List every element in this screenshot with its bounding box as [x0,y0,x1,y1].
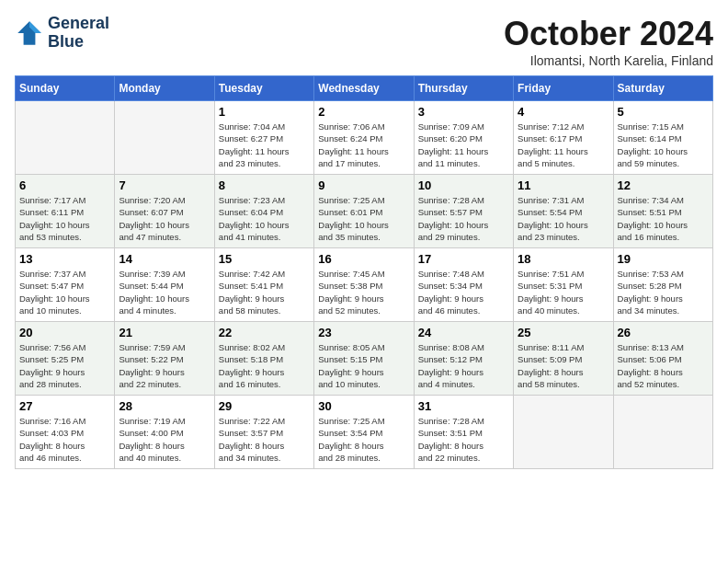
calendar-cell [514,396,613,469]
weekday-header: Wednesday [314,76,414,101]
weekday-header: Saturday [613,76,712,101]
day-number: 2 [318,105,409,119]
day-number: 15 [219,252,310,266]
day-info: Sunrise: 7:22 AM Sunset: 3:57 PM Dayligh… [219,415,310,464]
calendar-cell: 4Sunrise: 7:12 AM Sunset: 6:17 PM Daylig… [514,101,613,175]
day-number: 19 [618,252,709,266]
calendar-cell: 26Sunrise: 8:13 AM Sunset: 5:06 PM Dayli… [613,322,712,396]
calendar-header-row: SundayMondayTuesdayWednesdayThursdayFrid… [16,76,713,101]
calendar: SundayMondayTuesdayWednesdayThursdayFrid… [15,75,713,469]
day-info: Sunrise: 7:12 AM Sunset: 6:17 PM Dayligh… [518,121,609,169]
day-number: 1 [219,105,310,119]
logo-text: General Blue [48,15,109,52]
day-info: Sunrise: 8:02 AM Sunset: 5:18 PM Dayligh… [219,341,310,390]
day-info: Sunrise: 7:45 AM Sunset: 5:38 PM Dayligh… [318,268,409,316]
day-info: Sunrise: 7:17 AM Sunset: 6:11 PM Dayligh… [19,194,110,243]
day-info: Sunrise: 7:51 AM Sunset: 5:31 PM Dayligh… [518,268,609,316]
calendar-week-row: 6Sunrise: 7:17 AM Sunset: 6:11 PM Daylig… [16,175,713,248]
logo-icon [15,18,44,48]
day-info: Sunrise: 8:11 AM Sunset: 5:09 PM Dayligh… [518,341,609,390]
day-number: 25 [518,326,609,339]
day-number: 12 [618,178,709,192]
day-number: 9 [318,178,409,192]
calendar-cell: 16Sunrise: 7:45 AM Sunset: 5:38 PM Dayli… [314,248,414,322]
calendar-cell: 31Sunrise: 7:28 AM Sunset: 3:51 PM Dayli… [414,396,513,469]
calendar-cell: 5Sunrise: 7:15 AM Sunset: 6:14 PM Daylig… [613,101,712,175]
day-number: 23 [318,326,409,339]
month-title: October 2024 [504,15,713,53]
day-info: Sunrise: 7:59 AM Sunset: 5:22 PM Dayligh… [119,341,210,390]
day-number: 11 [518,178,609,192]
day-number: 30 [318,399,409,413]
calendar-cell: 14Sunrise: 7:39 AM Sunset: 5:44 PM Dayli… [115,248,214,322]
day-number: 16 [318,252,409,266]
weekday-header: Thursday [414,76,513,101]
calendar-week-row: 20Sunrise: 7:56 AM Sunset: 5:25 PM Dayli… [16,322,713,396]
calendar-cell: 2Sunrise: 7:06 AM Sunset: 6:24 PM Daylig… [314,101,414,175]
weekday-header: Monday [115,76,214,101]
day-number: 8 [219,178,310,192]
weekday-header: Tuesday [214,76,313,101]
day-number: 14 [119,252,210,266]
day-number: 7 [119,178,210,192]
calendar-cell: 10Sunrise: 7:28 AM Sunset: 5:57 PM Dayli… [414,175,513,248]
day-number: 26 [618,326,709,339]
day-number: 31 [418,399,509,413]
day-info: Sunrise: 8:08 AM Sunset: 5:12 PM Dayligh… [418,341,509,390]
calendar-cell: 25Sunrise: 8:11 AM Sunset: 5:09 PM Dayli… [514,322,613,396]
day-info: Sunrise: 7:15 AM Sunset: 6:14 PM Dayligh… [618,121,709,169]
day-info: Sunrise: 8:13 AM Sunset: 5:06 PM Dayligh… [618,341,709,390]
calendar-cell: 29Sunrise: 7:22 AM Sunset: 3:57 PM Dayli… [214,396,313,469]
day-number: 29 [219,399,310,413]
calendar-cell: 12Sunrise: 7:34 AM Sunset: 5:51 PM Dayli… [613,175,712,248]
day-info: Sunrise: 7:23 AM Sunset: 6:04 PM Dayligh… [219,194,310,243]
calendar-cell: 30Sunrise: 7:25 AM Sunset: 3:54 PM Dayli… [314,396,414,469]
calendar-cell: 9Sunrise: 7:25 AM Sunset: 6:01 PM Daylig… [314,175,414,248]
calendar-cell [16,101,115,175]
day-info: Sunrise: 7:25 AM Sunset: 3:54 PM Dayligh… [318,415,409,464]
day-info: Sunrise: 7:48 AM Sunset: 5:34 PM Dayligh… [418,268,509,316]
day-number: 5 [618,105,709,119]
calendar-cell: 11Sunrise: 7:31 AM Sunset: 5:54 PM Dayli… [514,175,613,248]
day-info: Sunrise: 7:04 AM Sunset: 6:27 PM Dayligh… [219,121,310,169]
day-number: 10 [418,178,509,192]
day-info: Sunrise: 7:06 AM Sunset: 6:24 PM Dayligh… [318,121,409,169]
day-info: Sunrise: 7:28 AM Sunset: 5:57 PM Dayligh… [418,194,509,243]
day-number: 13 [19,252,110,266]
day-info: Sunrise: 7:20 AM Sunset: 6:07 PM Dayligh… [119,194,210,243]
day-info: Sunrise: 7:53 AM Sunset: 5:28 PM Dayligh… [618,268,709,316]
day-number: 18 [518,252,609,266]
calendar-cell: 22Sunrise: 8:02 AM Sunset: 5:18 PM Dayli… [214,322,313,396]
location: Ilomantsi, North Karelia, Finland [504,53,713,68]
weekday-header: Sunday [16,76,115,101]
day-info: Sunrise: 7:37 AM Sunset: 5:47 PM Dayligh… [19,268,110,316]
calendar-cell: 28Sunrise: 7:19 AM Sunset: 4:00 PM Dayli… [115,396,214,469]
day-number: 28 [119,399,210,413]
calendar-cell: 1Sunrise: 7:04 AM Sunset: 6:27 PM Daylig… [214,101,313,175]
day-number: 24 [418,326,509,339]
day-number: 20 [19,326,110,339]
calendar-cell: 13Sunrise: 7:37 AM Sunset: 5:47 PM Dayli… [16,248,115,322]
calendar-cell: 19Sunrise: 7:53 AM Sunset: 5:28 PM Dayli… [613,248,712,322]
calendar-week-row: 1Sunrise: 7:04 AM Sunset: 6:27 PM Daylig… [16,101,713,175]
day-info: Sunrise: 7:34 AM Sunset: 5:51 PM Dayligh… [618,194,709,243]
calendar-cell: 18Sunrise: 7:51 AM Sunset: 5:31 PM Dayli… [514,248,613,322]
calendar-cell: 21Sunrise: 7:59 AM Sunset: 5:22 PM Dayli… [115,322,214,396]
calendar-cell: 8Sunrise: 7:23 AM Sunset: 6:04 PM Daylig… [214,175,313,248]
calendar-cell [613,396,712,469]
day-info: Sunrise: 7:42 AM Sunset: 5:41 PM Dayligh… [219,268,310,316]
day-info: Sunrise: 7:19 AM Sunset: 4:00 PM Dayligh… [119,415,210,464]
day-info: Sunrise: 7:31 AM Sunset: 5:54 PM Dayligh… [518,194,609,243]
day-info: Sunrise: 7:25 AM Sunset: 6:01 PM Dayligh… [318,194,409,243]
day-info: Sunrise: 7:09 AM Sunset: 6:20 PM Dayligh… [418,121,509,169]
weekday-header: Friday [514,76,613,101]
day-number: 22 [219,326,310,339]
day-number: 3 [418,105,509,119]
calendar-cell: 20Sunrise: 7:56 AM Sunset: 5:25 PM Dayli… [16,322,115,396]
logo: General Blue [15,15,109,52]
calendar-cell: 17Sunrise: 7:48 AM Sunset: 5:34 PM Dayli… [414,248,513,322]
calendar-cell: 6Sunrise: 7:17 AM Sunset: 6:11 PM Daylig… [16,175,115,248]
calendar-cell [115,101,214,175]
title-area: October 2024 Ilomantsi, North Karelia, F… [504,15,713,68]
calendar-week-row: 13Sunrise: 7:37 AM Sunset: 5:47 PM Dayli… [16,248,713,322]
